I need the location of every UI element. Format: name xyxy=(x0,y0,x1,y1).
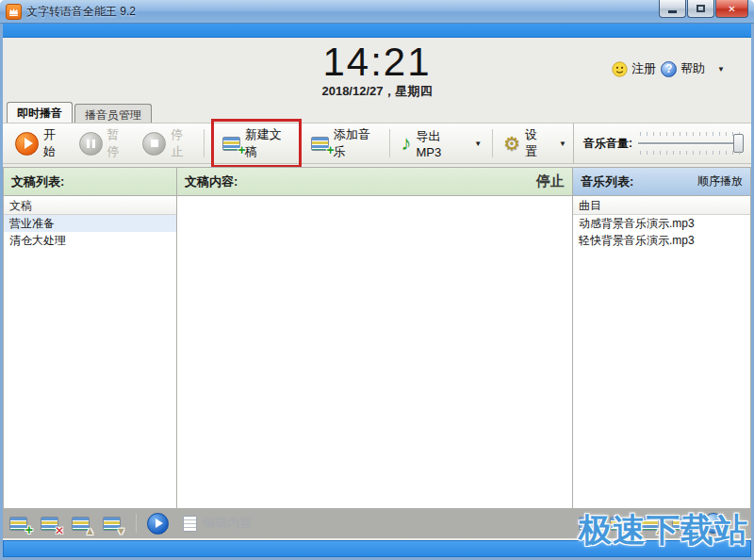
toolbar-separator xyxy=(492,129,493,157)
window-body: 14:21 2018/12/27，星期四 注册 ? 帮助 ▼ xyxy=(0,24,754,560)
doc-list-header-label: 文稿列表: xyxy=(11,173,64,190)
add-music-button[interactable]: + 添加音乐 xyxy=(304,123,386,164)
clock-header: 14:21 2018/12/27，星期四 注册 ? 帮助 ▼ xyxy=(3,38,751,102)
titlebar: 文字转语音全能王 9.2 ✕ xyxy=(0,0,754,24)
toolbar: 开始 暂停 停止 + 新建文稿 + xyxy=(3,123,751,164)
settings-label: 设置 xyxy=(525,126,547,160)
doc-list-item[interactable]: 营业准备 xyxy=(4,215,176,232)
pause-button[interactable]: 暂停 xyxy=(73,123,137,164)
music-note-icon: ♪ xyxy=(401,134,411,153)
delete-track-icon[interactable]: ✕ xyxy=(610,517,628,531)
tutorial-highlight-box: + 新建文稿 xyxy=(211,119,302,168)
maximize-button[interactable] xyxy=(687,0,714,18)
new-document-label: 新建文稿 xyxy=(245,126,290,160)
doc-content-header-label: 文稿内容: xyxy=(185,173,238,190)
add-track-icon[interactable]: + xyxy=(579,517,597,531)
close-icon: ✕ xyxy=(728,4,735,14)
window-title: 文字转语音全能王 9.2 xyxy=(26,4,136,20)
export-mp3-button[interactable]: ♪ 导出MP3 ▼ xyxy=(394,124,488,163)
delete-doc-icon[interactable]: ✕ xyxy=(41,517,58,531)
settings-dropdown-caret-icon: ▼ xyxy=(559,140,566,148)
register-button[interactable]: 注册 xyxy=(612,60,656,77)
slider-thumb[interactable] xyxy=(733,134,744,153)
add-doc-icon[interactable]: + xyxy=(9,517,27,531)
move-down-icon[interactable]: ▼ xyxy=(103,517,121,531)
doc-list-panel: 文稿 营业准备 清仓大处理 xyxy=(4,196,176,508)
music-list-item[interactable]: 动感背景音乐演示.mp3 xyxy=(573,215,750,232)
app-window: 文字转语音全能王 9.2 ✕ 14:21 2018/12/27，星期四 xyxy=(0,0,754,560)
doc-content-area[interactable] xyxy=(177,196,572,508)
music-list-item[interactable]: 轻快背景音乐演示.mp3 xyxy=(573,232,750,249)
toolbar-separator xyxy=(204,129,205,157)
main-area: 文稿列表: 文稿内容: 停止 音乐列表: 顺序播放 文稿 营业准备 清仓大处理 … xyxy=(3,167,751,538)
tab-live-broadcast[interactable]: 即时播音 xyxy=(7,102,73,123)
clock-date: 2018/12/27，星期四 xyxy=(3,83,751,100)
edit-document-icon xyxy=(183,516,197,532)
settings-button[interactable]: ⚙ 设置 ▼ xyxy=(497,123,573,164)
minimize-button[interactable] xyxy=(659,0,686,18)
slider-track xyxy=(638,142,744,144)
start-button[interactable]: 开始 xyxy=(8,123,73,164)
minimize-icon xyxy=(668,10,677,13)
export-mp3-label: 导出MP3 xyxy=(416,128,462,159)
music-volume-slider[interactable] xyxy=(638,131,744,156)
music-list-panel: 曲目 动感背景音乐演示.mp3 轻快背景音乐演示.mp3 xyxy=(573,196,750,508)
help-icon: ? xyxy=(661,61,677,77)
pause-label: 暂停 xyxy=(107,126,130,160)
track-column-header[interactable]: 曲目 xyxy=(573,196,750,215)
play-icon xyxy=(15,132,39,156)
music-list-toolbar: + ✕ ▲ ▼ xyxy=(573,509,750,537)
maximize-icon xyxy=(697,5,705,12)
help-dropdown-caret-icon[interactable]: ▼ xyxy=(717,65,725,74)
tab-bar: 即时播音 播音员管理 xyxy=(3,102,751,123)
play-doc-button[interactable] xyxy=(147,513,169,535)
top-accent-strip xyxy=(3,24,751,38)
edit-content-button[interactable]: 编辑内容 xyxy=(183,515,252,532)
status-bar xyxy=(3,540,751,557)
help-button[interactable]: ? 帮助 xyxy=(661,60,705,77)
doc-list-item[interactable]: 清仓大处理 xyxy=(4,232,176,249)
doc-list-toolbar: + ✕ ▲ ▼ xyxy=(4,509,176,537)
track-down-icon[interactable]: ▼ xyxy=(672,517,690,531)
slider-ticks xyxy=(640,151,742,155)
new-document-icon: + xyxy=(222,137,240,151)
stop-icon xyxy=(142,132,166,156)
edit-content-label: 编辑内容 xyxy=(203,515,252,532)
new-document-button[interactable]: + 新建文稿 xyxy=(216,123,297,164)
doc-content-header: 文稿内容: 停止 xyxy=(177,168,572,195)
toolbar-left: 开始 暂停 停止 + 新建文稿 + xyxy=(3,124,573,163)
music-list-header-label: 音乐列表: xyxy=(581,173,633,190)
stop-button[interactable]: 停止 xyxy=(136,123,200,164)
move-up-icon[interactable]: ▲ xyxy=(72,517,90,531)
pause-icon xyxy=(79,132,103,156)
add-music-label: 添加音乐 xyxy=(334,126,380,160)
stop-label: 停止 xyxy=(171,126,193,160)
smiley-icon xyxy=(612,61,628,77)
tab-announcer-management[interactable]: 播音员管理 xyxy=(74,104,152,123)
music-list-header: 音乐列表: 顺序播放 xyxy=(573,168,750,195)
slider-ticks xyxy=(640,132,742,136)
toolbar-volume-group: 音乐音量: xyxy=(573,124,751,163)
window-controls: ✕ xyxy=(658,0,748,18)
register-label: 注册 xyxy=(631,60,656,77)
globe-icon[interactable] xyxy=(703,513,724,534)
toolbar-separator xyxy=(389,129,390,157)
doc-column-header[interactable]: 文稿 xyxy=(4,196,176,215)
help-label: 帮助 xyxy=(680,60,705,77)
toolbar-separator xyxy=(136,514,137,533)
app-crown-icon xyxy=(6,4,22,20)
playback-status: 停止 xyxy=(536,173,565,190)
doc-list-header: 文稿列表: xyxy=(4,168,176,195)
export-dropdown-caret-icon: ▼ xyxy=(474,140,482,148)
track-up-icon[interactable]: ▲ xyxy=(641,517,659,531)
close-button[interactable]: ✕ xyxy=(715,0,748,18)
play-mode-toggle[interactable]: 顺序播放 xyxy=(697,173,743,189)
header-actions: 注册 ? 帮助 ▼ xyxy=(612,60,725,77)
gear-icon: ⚙ xyxy=(503,134,520,153)
add-music-icon: + xyxy=(311,137,329,151)
music-volume-label: 音乐音量: xyxy=(583,136,632,152)
doc-content-toolbar: 编辑内容 xyxy=(177,509,572,537)
start-label: 开始 xyxy=(43,126,66,160)
